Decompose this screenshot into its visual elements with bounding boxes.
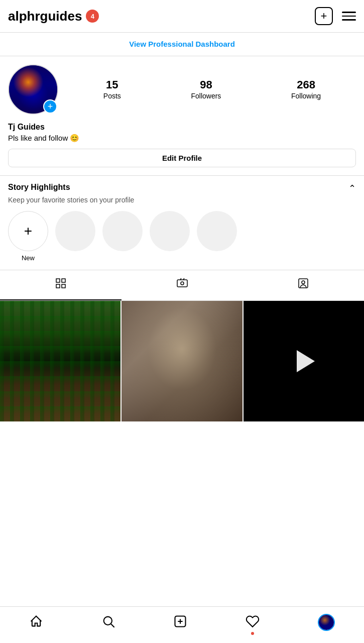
nav-avatar-inner: [319, 615, 334, 630]
profile-top: + 15 Posts 98 Followers 268 Following: [8, 64, 356, 115]
tagged-icon: [297, 277, 309, 292]
highlights-subtitle: Keep your favorite stories on your profi…: [8, 196, 356, 204]
highlight-item-2[interactable]: [102, 211, 143, 262]
heart-icon: [246, 614, 260, 631]
add-post-button[interactable]: +: [315, 7, 333, 25]
following-stat[interactable]: 268 Following: [291, 78, 321, 101]
nav-search[interactable]: [96, 612, 120, 633]
header-left: alphrguides 4: [8, 9, 99, 24]
svg-rect-1: [62, 279, 65, 282]
highlight-item-3[interactable]: [150, 211, 190, 262]
followers-stat[interactable]: 98 Followers: [191, 78, 221, 101]
svg-rect-0: [56, 279, 60, 282]
highlights-title: Story Highlights: [8, 183, 70, 192]
grid-item-3[interactable]: [244, 301, 364, 421]
posts-label: Posts: [103, 91, 121, 100]
tab-reels[interactable]: [122, 270, 243, 300]
followers-label: Followers: [191, 91, 221, 100]
highlight-circle-1[interactable]: [55, 211, 95, 251]
photo-2: [122, 301, 242, 421]
following-count: 268: [297, 78, 315, 91]
new-highlight-circle[interactable]: +: [8, 211, 48, 251]
header-right: +: [315, 7, 356, 25]
nav-profile-avatar[interactable]: [318, 614, 335, 631]
nav-profile[interactable]: [313, 612, 340, 633]
svg-rect-4: [177, 280, 187, 287]
profile-name: Tj Guides: [8, 123, 356, 132]
tab-grid[interactable]: [0, 270, 122, 300]
username-text: alphrguides: [8, 9, 82, 24]
play-icon: [297, 350, 315, 372]
notification-badge[interactable]: 4: [86, 10, 99, 23]
highlight-circle-4[interactable]: [197, 211, 237, 251]
header: alphrguides 4 +: [0, 0, 364, 33]
svg-point-7: [302, 281, 305, 284]
photo-grid: [0, 301, 364, 421]
stats-row: 15 Posts 98 Followers 268 Following: [68, 78, 356, 101]
search-icon: [101, 614, 115, 631]
svg-rect-2: [56, 284, 60, 288]
highlights-scroll: + New: [8, 211, 356, 270]
posts-stat[interactable]: 15 Posts: [103, 78, 121, 101]
nav-likes[interactable]: [240, 612, 265, 633]
highlight-circle-3[interactable]: [150, 211, 190, 251]
svg-line-9: [111, 624, 114, 627]
following-label: Following: [291, 91, 321, 100]
followers-count: 98: [200, 78, 212, 91]
nav-add[interactable]: [168, 612, 192, 633]
hamburger-line-2: [342, 16, 356, 17]
edit-profile-button[interactable]: Edit Profile: [8, 149, 356, 167]
pro-dashboard-link[interactable]: View Professional Dashboard: [129, 40, 235, 48]
profile-bio: Pls like and follow 😊: [8, 134, 356, 143]
add-story-icon: +: [48, 102, 53, 111]
tab-tagged[interactable]: [242, 270, 364, 300]
grid-item-2[interactable]: [122, 301, 242, 421]
menu-button[interactable]: [342, 12, 356, 21]
highlight-circle-2[interactable]: [102, 211, 143, 251]
svg-point-8: [103, 616, 111, 624]
svg-rect-6: [299, 279, 308, 288]
new-highlight-icon: +: [24, 224, 32, 238]
add-story-button[interactable]: +: [43, 99, 57, 114]
hamburger-line-3: [342, 19, 356, 21]
grid-item-1[interactable]: [0, 301, 120, 421]
highlights-section: Story Highlights ⌃ Keep your favorite st…: [0, 175, 364, 270]
photo-1: [0, 301, 120, 421]
highlights-header: Story Highlights ⌃: [8, 183, 356, 194]
svg-point-5: [181, 282, 184, 285]
profile-section: + 15 Posts 98 Followers 268 Following Tj…: [0, 56, 364, 172]
add-nav-icon: [173, 614, 187, 631]
highlights-collapse-button[interactable]: ⌃: [348, 183, 356, 194]
posts-count: 15: [106, 78, 118, 91]
pro-dashboard-banner: View Professional Dashboard: [0, 33, 364, 56]
new-highlight-label: New: [22, 254, 35, 262]
svg-rect-3: [62, 284, 65, 288]
nav-home[interactable]: [24, 612, 48, 633]
reels-icon: [176, 277, 188, 292]
add-icon: +: [321, 10, 327, 23]
content-tabs: [0, 270, 364, 301]
hamburger-line-1: [342, 12, 356, 13]
home-icon: [29, 614, 43, 631]
highlight-item-4[interactable]: [197, 211, 237, 262]
highlight-item-1[interactable]: [55, 211, 95, 262]
bottom-nav: [0, 606, 364, 643]
grid-icon: [55, 277, 67, 292]
avatar-container: +: [8, 64, 58, 115]
highlight-new[interactable]: + New: [8, 211, 48, 262]
